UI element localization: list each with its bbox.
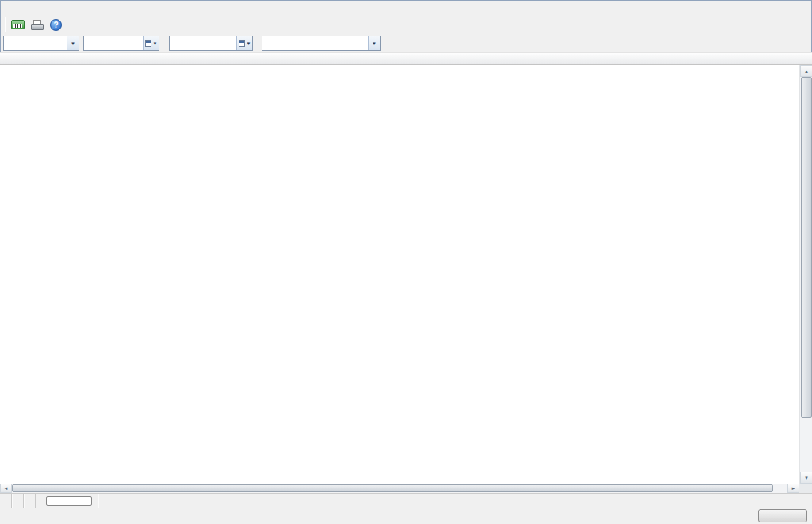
- calendar-icon: [145, 40, 151, 47]
- print-body: [31, 24, 44, 30]
- calendar-dropdown: ▼: [143, 36, 159, 50]
- print-button[interactable]: [28, 16, 46, 33]
- table-header-corner: [0, 53, 812, 64]
- horizontal-scrollbar[interactable]: ◄ ►: [0, 484, 812, 493]
- calendar-icon: [239, 40, 245, 47]
- close-button[interactable]: [758, 509, 807, 522]
- scroll-left-arrow[interactable]: ◄: [0, 484, 12, 493]
- print-icon: [31, 20, 44, 30]
- filter-bar: ▼ ▼ ▼ ▼: [0, 35, 812, 52]
- duration-sum-pane: [12, 494, 24, 508]
- results-table: ▲ ▼: [0, 65, 812, 484]
- scroll-right-arrow[interactable]: ►: [787, 484, 799, 493]
- scroll-up-arrow[interactable]: ▲: [800, 65, 812, 77]
- horizontal-scrollbar-thumb[interactable]: [12, 484, 773, 492]
- midi-keyboard-button[interactable]: [9, 16, 27, 33]
- toolbar: ?: [0, 14, 812, 35]
- date-to-field[interactable]: ▼: [169, 36, 253, 51]
- table-body: [0, 65, 799, 484]
- total-result-sum-bar: [46, 496, 92, 506]
- date-from-field[interactable]: ▼: [83, 36, 159, 51]
- time-range-select[interactable]: ▼: [3, 36, 79, 51]
- vertical-scrollbar[interactable]: ▲ ▼: [799, 65, 812, 484]
- summations-pane: [0, 494, 12, 508]
- training-mode-select[interactable]: ▼: [262, 36, 381, 51]
- footer: [0, 508, 812, 524]
- toolbar-separator: [5, 17, 6, 32]
- status-bar: [0, 493, 812, 508]
- calendar-dropdown: ▼: [236, 36, 252, 50]
- chevron-down-icon: ▼: [368, 36, 380, 50]
- app-window: ? ▼ ▼ ▼ ▼ ▲ ▼ ◄ ►: [0, 0, 812, 524]
- help-icon: ?: [50, 19, 62, 31]
- menu-bar: [0, 0, 812, 14]
- midi-keyboard-icon: [11, 20, 25, 29]
- status-bar-spacer: [98, 494, 812, 508]
- total-result-sum-pane: [36, 494, 98, 508]
- table-header: [0, 52, 812, 65]
- scroll-down-arrow[interactable]: ▼: [800, 472, 812, 484]
- vertical-scrollbar-thumb[interactable]: [801, 77, 812, 418]
- average-answer-time-pane: [24, 494, 36, 508]
- help-button[interactable]: ?: [47, 16, 65, 33]
- chevron-down-icon: ▼: [67, 36, 79, 50]
- scrollbar-corner: [799, 484, 812, 493]
